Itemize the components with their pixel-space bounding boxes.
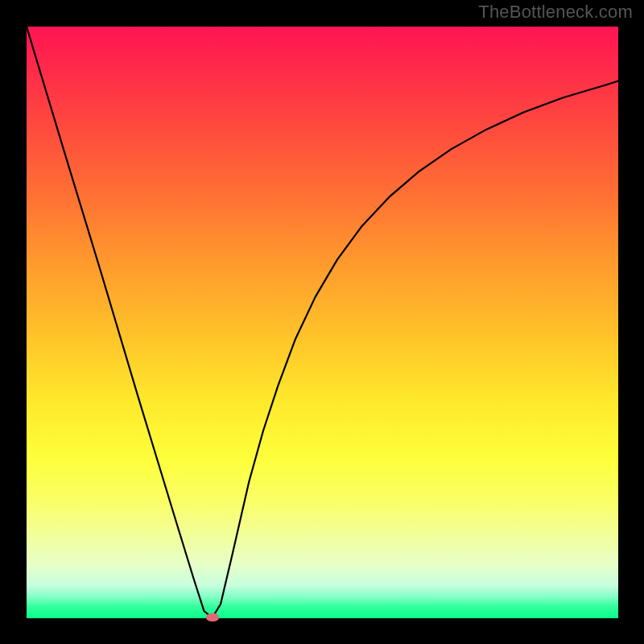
watermark-text: TheBottleneck.com [478, 2, 633, 23]
plot-area [27, 27, 618, 618]
minimum-marker [206, 613, 219, 621]
chart-frame: TheBottleneck.com [0, 0, 644, 644]
curve-svg [27, 27, 618, 618]
curve-path [27, 27, 618, 617]
